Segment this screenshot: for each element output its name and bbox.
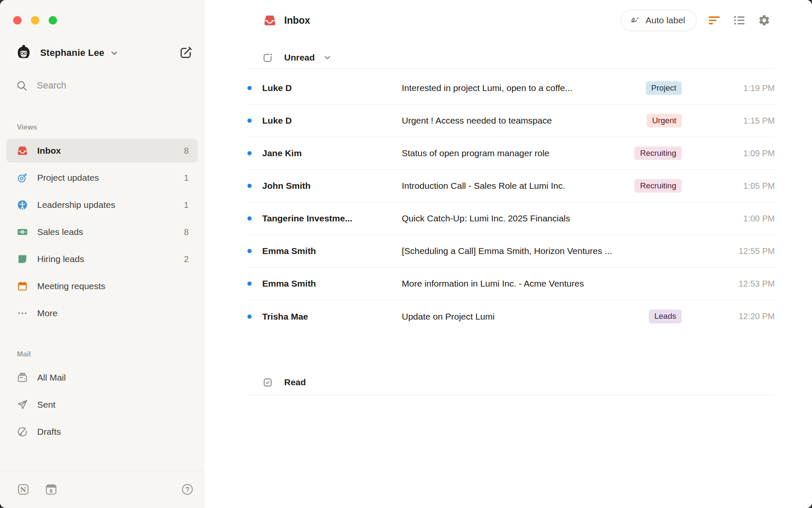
email-time: 1:15 PM xyxy=(690,116,775,126)
sidebar-item-label: Hiring leads xyxy=(37,254,84,264)
accessibility-icon xyxy=(17,199,28,210)
sidebar-item-meeting-requests[interactable]: Meeting requests xyxy=(6,274,198,298)
sidebar-item-count: 2 xyxy=(184,254,189,264)
read-section-header[interactable]: Read xyxy=(247,372,306,392)
email-subject: Urgent ! Access needed to teamspace xyxy=(402,116,647,126)
money-icon xyxy=(17,226,28,237)
sidebar: Stephanie Lee Search Views Inbox8 Projec… xyxy=(0,0,205,508)
unread-dot xyxy=(247,151,252,155)
email-row[interactable]: Tangerine Investme...Quick Catch-Up: Lum… xyxy=(247,202,775,235)
account-name[interactable]: Stephanie Lee xyxy=(40,47,104,58)
email-time: 1:05 PM xyxy=(690,181,775,191)
section-label: Views xyxy=(17,121,205,134)
svg-text:N: N xyxy=(20,486,26,494)
sidebar-item-count: 8 xyxy=(184,227,189,237)
mail-app-window: Stephanie Lee Search Views Inbox8 Projec… xyxy=(0,0,812,508)
sidebar-item-sales-leads[interactable]: Sales leads8 xyxy=(6,220,198,244)
email-sender: Trisha Mae xyxy=(262,312,402,322)
unread-dot xyxy=(247,249,252,253)
close-window-button[interactable] xyxy=(13,16,22,25)
email-sender: Luke D xyxy=(262,116,402,126)
sidebar-item-leadership-updates[interactable]: Leadership updates1 xyxy=(6,193,198,217)
email-tag: Leads xyxy=(649,309,682,323)
email-row[interactable]: Emma Smith[Scheduling a Call] Emma Smith… xyxy=(247,235,775,268)
unread-dot xyxy=(247,119,252,123)
read-label: Read xyxy=(284,377,306,387)
main-pane: Inbox Auto label xyxy=(205,0,812,508)
sidebar-footer-divider xyxy=(0,471,205,471)
unread-dot xyxy=(247,216,252,221)
list-view-icon[interactable] xyxy=(732,13,746,28)
all-mail-icon xyxy=(17,372,28,383)
email-time: 12:20 PM xyxy=(690,312,775,321)
help-icon[interactable]: ? xyxy=(181,483,194,496)
sidebar-item-label: Meeting requests xyxy=(37,281,105,291)
notion-calendar-app-icon[interactable]: 6 xyxy=(45,483,58,496)
settings-gear-icon[interactable] xyxy=(757,13,771,28)
sidebar-sections: Views Inbox8 Project updates1 Leadership… xyxy=(0,121,205,447)
sidebar-item-label: All Mail xyxy=(37,373,66,383)
search-label: Search xyxy=(37,80,66,91)
email-sender: John Smith xyxy=(262,181,402,191)
email-row[interactable]: Jane KimStatus of open program manager r… xyxy=(247,137,775,170)
divider xyxy=(247,68,775,69)
zoom-window-button[interactable] xyxy=(49,16,57,25)
page-title: Inbox xyxy=(284,15,310,26)
sidebar-item-inbox[interactable]: Inbox8 xyxy=(6,139,198,163)
email-row[interactable]: Trisha MaeUpdate on Project LumiLeads12:… xyxy=(247,300,775,333)
unread-dot xyxy=(247,315,252,319)
sidebar-item-all-mail[interactable]: All Mail xyxy=(6,366,198,389)
email-row[interactable]: John SmithIntroduction Call - Sales Role… xyxy=(247,170,775,202)
email-row[interactable]: Emma SmithMore information in Lumi Inc. … xyxy=(247,268,775,300)
chevron-down-icon[interactable] xyxy=(323,53,332,62)
read-checkbox-icon xyxy=(262,377,273,388)
email-time: 1:19 PM xyxy=(690,83,775,93)
sidebar-item-label: More xyxy=(37,308,58,318)
email-subject: Interested in project Lumi, open to a co… xyxy=(402,83,646,93)
email-subject: Introduction Call - Sales Role at Lumi I… xyxy=(402,181,634,191)
sidebar-item-drafts[interactable]: Drafts xyxy=(6,420,198,444)
svg-text:6: 6 xyxy=(50,488,53,494)
search-icon xyxy=(16,80,27,91)
email-row[interactable]: Luke DUrgent ! Access needed to teamspac… xyxy=(247,105,775,137)
inbox-icon xyxy=(17,145,28,156)
email-subject: Status of open program manager role xyxy=(402,148,634,158)
sidebar-item-hiring-leads[interactable]: Hiring leads2 xyxy=(6,247,198,271)
notion-app-icon[interactable]: N xyxy=(17,483,30,496)
chevron-down-icon[interactable] xyxy=(110,48,119,58)
sidebar-item-sent[interactable]: Sent xyxy=(6,393,198,417)
email-tag: Recruiting xyxy=(634,146,682,160)
search-button[interactable]: Search xyxy=(16,75,196,96)
email-sender: Jane Kim xyxy=(262,148,402,158)
email-time: 1:00 PM xyxy=(690,214,775,224)
minimize-window-button[interactable] xyxy=(31,16,39,25)
email-row[interactable]: Luke DInterested in project Lumi, open t… xyxy=(247,72,775,105)
filter-icon[interactable] xyxy=(707,13,721,28)
email-time: 12:53 PM xyxy=(690,279,775,289)
email-time: 1:09 PM xyxy=(690,149,775,158)
auto-label-button[interactable]: Auto label xyxy=(621,10,697,31)
sidebar-item-label: Project updates xyxy=(37,173,99,183)
email-sender: Emma Smith xyxy=(262,279,402,289)
unread-dot xyxy=(247,184,252,188)
unread-dot xyxy=(247,86,252,90)
email-sender: Emma Smith xyxy=(262,246,402,256)
auto-label-text: Auto label xyxy=(646,15,685,25)
inbox-icon xyxy=(263,14,276,27)
sidebar-item-count: 1 xyxy=(184,200,189,210)
compose-icon[interactable] xyxy=(178,46,193,60)
email-subject: Quick Catch-Up: Lumi Inc. 2025 Financial… xyxy=(402,213,690,224)
auto-label-wand-icon xyxy=(630,15,641,26)
sidebar-item-label: Sales leads xyxy=(37,227,83,237)
email-list: Luke DInterested in project Lumi, open t… xyxy=(247,72,775,333)
avatar xyxy=(14,44,33,62)
divider xyxy=(247,395,775,395)
email-subject: Update on Project Lumi xyxy=(402,312,649,322)
unread-section-header[interactable]: Unread xyxy=(247,47,332,68)
sidebar-item-count: 1 xyxy=(184,173,189,183)
sidebar-item-label: Inbox xyxy=(37,146,61,156)
email-tag: Recruiting xyxy=(634,179,682,193)
svg-text:?: ? xyxy=(185,486,189,493)
sidebar-item-project-updates[interactable]: Project updates1 xyxy=(6,166,198,190)
sidebar-item-more[interactable]: More xyxy=(6,301,198,325)
